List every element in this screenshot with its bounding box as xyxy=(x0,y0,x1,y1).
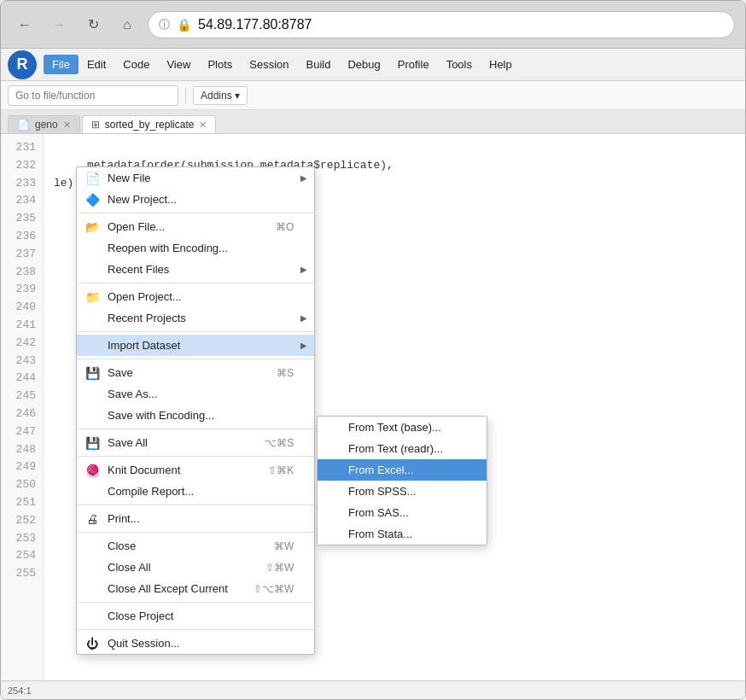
menu-open-file[interactable]: 📂 Open File... ⌘O xyxy=(77,216,314,237)
menu-plots[interactable]: Plots xyxy=(199,55,241,74)
browser-toolbar: ← → ↻ ⌂ ⓘ 🔒 54.89.177.80:8787 xyxy=(1,1,745,49)
menu-compile-report[interactable]: Compile Report... xyxy=(77,481,314,502)
save-all-shortcut: ⌥⌘S xyxy=(265,437,294,449)
menu-new-file[interactable]: 📄 New File xyxy=(77,167,314,189)
code-editor: 231 232 233 234 235 236 237 238 239 240 … xyxy=(1,134,745,680)
close-except-shortcut: ⇧⌥⌘W xyxy=(254,583,294,595)
cursor-position: 254:1 xyxy=(8,685,32,696)
addins-button[interactable]: Addins ▾ xyxy=(193,86,248,105)
forward-button[interactable]: → xyxy=(45,11,73,38)
menu-quit-session[interactable]: ⏻ Quit Session... xyxy=(77,633,314,654)
knit-icon: 🧶 xyxy=(84,464,101,477)
menu-help[interactable]: Help xyxy=(481,55,521,74)
save-shortcut: ⌘S xyxy=(277,367,294,379)
menu-save-all[interactable]: 💾 Save All ⌥⌘S xyxy=(77,432,314,453)
tab-geno[interactable]: 📄 geno ✕ xyxy=(8,115,80,133)
r-logo: R xyxy=(8,50,37,79)
tab-geno-label: geno xyxy=(35,119,58,131)
knit-shortcut: ⇧⌘K xyxy=(268,464,294,476)
quit-icon: ⏻ xyxy=(84,637,101,650)
menu-session[interactable]: Session xyxy=(241,55,297,74)
back-button[interactable]: ← xyxy=(11,11,38,38)
import-submenu: From Text (base)... From Text (readr)...… xyxy=(317,416,487,545)
rstudio-window: R File Edit Code View Plots Session Buil… xyxy=(1,49,745,699)
close-shortcut: ⌘W xyxy=(274,540,294,552)
code-line xyxy=(54,139,735,157)
menu-from-text-base[interactable]: From Text (base)... xyxy=(318,417,487,438)
menu-from-sas[interactable]: From SAS... xyxy=(318,502,487,523)
info-icon: ⓘ xyxy=(159,17,170,32)
menu-recent-files[interactable]: Recent Files xyxy=(77,259,314,280)
menu-recent-projects[interactable]: Recent Projects xyxy=(77,307,314,329)
search-input[interactable] xyxy=(8,85,178,106)
print-icon: 🖨 xyxy=(84,512,101,526)
close-all-shortcut: ⇧⌘W xyxy=(265,562,294,574)
menu-build[interactable]: Build xyxy=(298,55,340,74)
menu-close-all[interactable]: Close All ⇧⌘W xyxy=(77,557,314,578)
menu-save-with-encoding[interactable]: Save with Encoding... xyxy=(77,405,314,426)
address-text: 54.89.177.80:8787 xyxy=(198,17,312,32)
line-numbers: 231 232 233 234 235 236 237 238 239 240 … xyxy=(1,134,44,680)
menu-file[interactable]: File xyxy=(44,55,79,74)
menu-debug[interactable]: Debug xyxy=(339,55,388,74)
tab-sorted-label: sorted_by_replicate xyxy=(105,119,195,131)
menu-view[interactable]: View xyxy=(158,55,199,74)
menu-edit[interactable]: Edit xyxy=(79,55,114,74)
new-file-icon: 📄 xyxy=(84,172,101,185)
tab-bar: 📄 geno ✕ ⊞ sorted_by_replicate ✕ xyxy=(1,110,745,134)
menu-reopen-encoding[interactable]: Reopen with Encoding... xyxy=(77,237,314,259)
open-file-shortcut: ⌘O xyxy=(276,221,294,233)
menu-from-spss[interactable]: From SPSS... xyxy=(318,481,487,502)
address-bar[interactable]: ⓘ 🔒 54.89.177.80:8787 xyxy=(148,11,735,38)
browser-window: ← → ↻ ⌂ ⓘ 🔒 54.89.177.80:8787 R File Edi… xyxy=(0,0,746,700)
tab-sorted-by-replicate[interactable]: ⊞ sorted_by_replicate ✕ xyxy=(82,115,217,133)
menu-from-excel[interactable]: From Excel... xyxy=(318,459,487,481)
menu-new-project[interactable]: 🔷 New Project... xyxy=(77,189,314,210)
open-project-icon: 📁 xyxy=(84,290,101,304)
menu-print[interactable]: 🖨 Print... xyxy=(77,508,314,529)
new-project-icon: 🔷 xyxy=(84,193,101,207)
menu-import-dataset[interactable]: Import Dataset xyxy=(77,335,314,356)
menu-save[interactable]: 💾 Save ⌘S xyxy=(77,362,314,383)
menu-tools[interactable]: Tools xyxy=(438,55,481,74)
save-all-icon: 💾 xyxy=(84,436,101,450)
toolbar: Addins ▾ xyxy=(1,81,745,110)
security-icon: 🔒 xyxy=(177,18,191,32)
save-icon: 💾 xyxy=(84,366,101,380)
menu-open-project[interactable]: 📁 Open Project... xyxy=(77,286,314,307)
status-bar: 254:1 xyxy=(1,680,745,699)
menu-close-project[interactable]: Close Project xyxy=(77,605,314,627)
menu-close-except[interactable]: Close All Except Current ⇧⌥⌘W xyxy=(77,578,314,599)
home-button[interactable]: ⌂ xyxy=(114,11,141,38)
menu-profile[interactable]: Profile xyxy=(389,55,438,74)
menu-code[interactable]: Code xyxy=(114,55,158,74)
tab-geno-close[interactable]: ✕ xyxy=(63,120,71,131)
menu-close[interactable]: Close ⌘W xyxy=(77,535,314,557)
open-file-icon: 📂 xyxy=(84,220,101,234)
menu-from-text-readr[interactable]: From Text (readr)... xyxy=(318,438,487,459)
menu-from-stata[interactable]: From Stata... xyxy=(318,523,487,545)
file-dropdown-menu: 📄 New File 🔷 New Project... 📂 Open File.… xyxy=(76,166,315,655)
menu-save-as[interactable]: Save As... xyxy=(77,383,314,405)
reload-button[interactable]: ↻ xyxy=(79,11,107,38)
menu-knit-document[interactable]: 🧶 Knit Document ⇧⌘K xyxy=(77,459,314,481)
menubar: R File Edit Code View Plots Session Buil… xyxy=(1,49,745,81)
tab-sorted-close[interactable]: ✕ xyxy=(199,120,207,131)
